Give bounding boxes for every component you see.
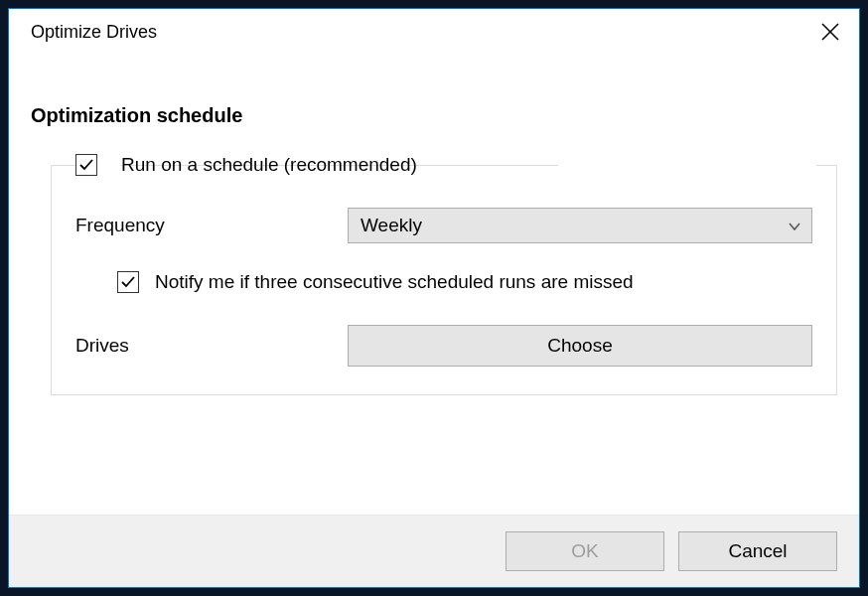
choose-button[interactable]: Choose: [348, 325, 812, 367]
close-icon: [820, 22, 840, 42]
frequency-dropdown[interactable]: Weekly: [348, 208, 812, 243]
run-schedule-label: Run on a schedule (recommended): [121, 154, 417, 176]
notify-label: Notify me if three consecutive scheduled…: [155, 271, 634, 293]
drives-label: Drives: [75, 335, 348, 357]
groupbox-border-gap: [558, 165, 816, 167]
schedule-groupbox: Run on a schedule (recommended) Frequenc…: [51, 165, 837, 395]
window-title: Optimize Drives: [31, 22, 157, 43]
frequency-row: Frequency Weekly: [75, 208, 812, 243]
frequency-label: Frequency: [75, 215, 348, 236]
section-heading: Optimization schedule: [31, 104, 837, 127]
checkmark-icon: [120, 274, 136, 290]
checkmark-icon: [78, 157, 94, 173]
choose-button-label: Choose: [547, 335, 613, 357]
cancel-button-label: Cancel: [728, 540, 787, 562]
notify-checkbox[interactable]: [117, 271, 139, 293]
content-area: Optimization schedule Run on a schedule …: [9, 55, 859, 515]
notify-row: Notify me if three consecutive scheduled…: [75, 271, 812, 293]
ok-button-label: OK: [571, 540, 598, 562]
run-schedule-checkbox[interactable]: [75, 154, 97, 176]
dialog-window: Optimize Drives Optimization schedule Ru…: [8, 8, 860, 588]
ok-button[interactable]: OK: [506, 531, 664, 571]
drives-row: Drives Choose: [75, 325, 812, 367]
titlebar: Optimize Drives: [9, 9, 859, 55]
dialog-footer: OK Cancel: [9, 515, 859, 587]
close-button[interactable]: [815, 17, 845, 47]
cancel-button[interactable]: Cancel: [678, 531, 837, 571]
frequency-value: Weekly: [361, 215, 422, 236]
chevron-down-icon: [788, 215, 801, 236]
